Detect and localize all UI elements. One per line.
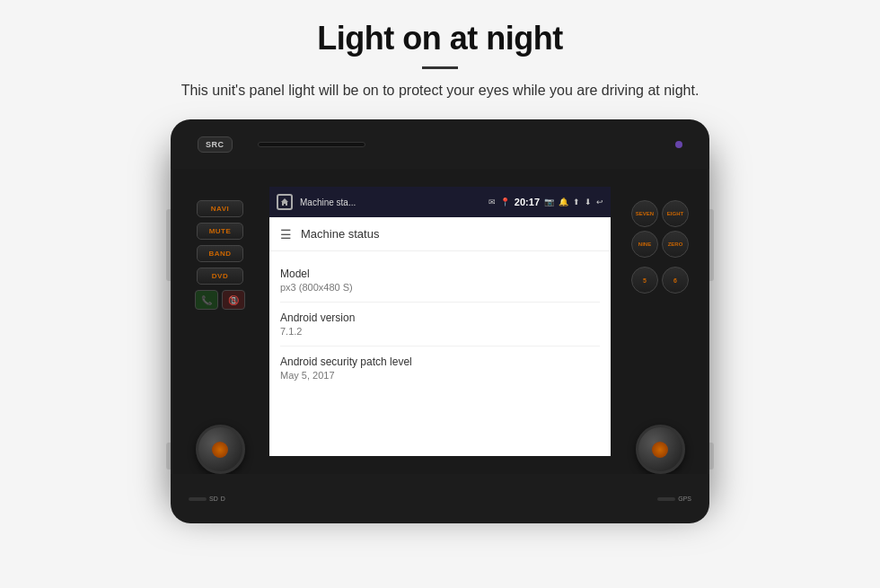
top-right-controls <box>675 141 682 148</box>
numpad-2: 5 6 <box>631 267 689 294</box>
band-button[interactable]: BAND <box>197 245 243 262</box>
status-time: 20:17 <box>515 197 540 207</box>
info-value: May 5, 2017 <box>280 370 600 381</box>
button-5[interactable]: 5 <box>631 267 658 294</box>
app-content: ☰ Machine status Model px3 (800x480 S) A… <box>269 217 611 456</box>
android-status-bar: Machine sta... ✉ 📍 20:17 📷 🔔 ⬆ ⬇ ↩ <box>269 187 611 217</box>
location-icon: 📍 <box>500 197 510 206</box>
title-divider <box>422 66 458 69</box>
info-value: px3 (800x480 S) <box>280 282 600 293</box>
status-app-name: Machine sta... <box>300 197 485 207</box>
app-toolbar: ☰ Machine status <box>269 217 611 251</box>
camera-icon: 📷 <box>544 197 554 206</box>
call-answer-button[interactable]: 📞 <box>195 290 218 310</box>
info-label: Android version <box>280 312 600 324</box>
car-unit: NAVI MUTE BAND DVD 📞 📵 SEVEN EIGHT NINE … <box>117 119 763 523</box>
toolbar-title: Machine status <box>301 227 379 241</box>
button-eight[interactable]: EIGHT <box>662 200 689 227</box>
screen: Machine sta... ✉ 📍 20:17 📷 🔔 ⬆ ⬇ ↩ ☰ Mac… <box>269 187 611 456</box>
home-icon[interactable] <box>277 194 293 210</box>
info-item: Android version 7.1.2 <box>280 303 600 347</box>
button-6[interactable]: 6 <box>662 267 689 294</box>
unit-bottom: SD D GPS <box>171 474 709 523</box>
mute-button-pair: MUTE <box>197 223 243 240</box>
page-header: Light on at night This unit's panel ligh… <box>0 0 880 110</box>
unit-body: NAVI MUTE BAND DVD 📞 📵 SEVEN EIGHT NINE … <box>171 137 709 505</box>
call-buttons: 📞 📵 <box>195 290 245 310</box>
status-icons: ✉ 📍 20:17 📷 🔔 ⬆ ⬇ ↩ <box>488 197 603 207</box>
button-zero[interactable]: ZERO <box>662 231 689 258</box>
right-knob[interactable] <box>636 425 685 474</box>
gps-slot: GPS <box>657 496 691 502</box>
mute-button[interactable]: MUTE <box>197 223 243 240</box>
left-panel: NAVI MUTE BAND DVD 📞 📵 <box>171 187 269 487</box>
button-seven[interactable]: SEVEN <box>631 200 658 227</box>
navi-button[interactable]: NAVI <box>197 200 243 217</box>
info-list: Model px3 (800x480 S) Android version 7.… <box>269 251 611 397</box>
sd-label: SD <box>209 496 218 502</box>
top-left-controls: SRC <box>198 136 383 153</box>
sd-slot-indicator <box>189 497 207 501</box>
gps-label: GPS <box>678 496 691 502</box>
page-title: Light on at night <box>54 20 826 57</box>
numpad: SEVEN EIGHT NINE ZERO <box>631 200 689 258</box>
back-icon[interactable]: ↩ <box>596 197 603 206</box>
src-button[interactable]: SRC <box>198 136 233 153</box>
page-subtitle: This unit's panel light will be on to pr… <box>54 80 826 101</box>
cd-slot <box>258 142 365 147</box>
indicator-light <box>675 141 682 148</box>
gps-slot-indicator <box>657 497 675 501</box>
hamburger-icon[interactable]: ☰ <box>280 227 292 241</box>
message-icon: ✉ <box>488 197 496 206</box>
info-item: Model px3 (800x480 S) <box>280 259 600 303</box>
download-icon: ⬇ <box>585 197 592 206</box>
info-value: 7.1.2 <box>280 326 600 337</box>
info-label: Model <box>280 268 600 280</box>
unit-top-bar: SRC <box>171 119 709 169</box>
right-panel: SEVEN EIGHT NINE ZERO 5 6 <box>611 187 709 487</box>
button-nine[interactable]: NINE <box>631 231 658 258</box>
d-label: D <box>221 496 225 502</box>
call-end-button[interactable]: 📵 <box>222 290 245 310</box>
volume-icon: 🔔 <box>559 197 568 206</box>
info-label: Android security patch level <box>280 355 600 368</box>
left-knob[interactable] <box>196 425 245 474</box>
upload-icon: ⬆ <box>573 197 580 206</box>
info-item: Android security patch level May 5, 2017 <box>280 347 600 390</box>
sd-slot: SD D <box>189 496 225 502</box>
dvd-button[interactable]: DVD <box>197 268 243 285</box>
